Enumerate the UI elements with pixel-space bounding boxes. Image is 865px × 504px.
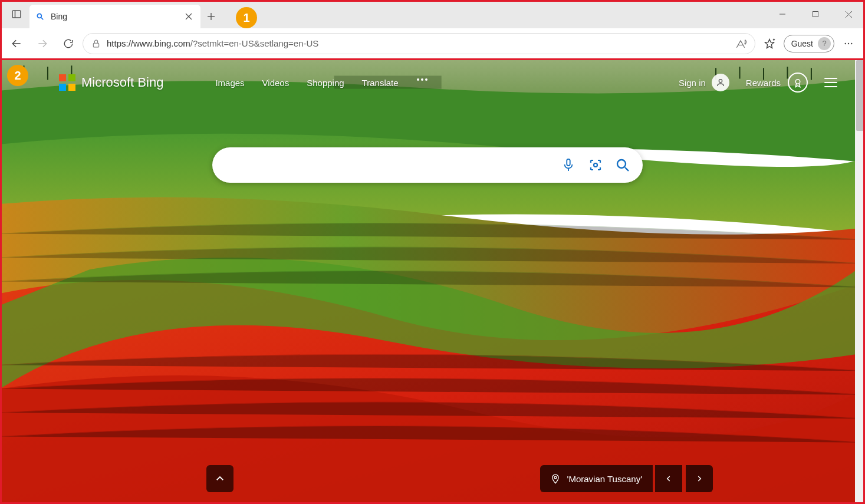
location-pin-icon <box>551 473 560 484</box>
guest-avatar-icon: ? <box>818 37 831 50</box>
nav-videos[interactable]: Videos <box>262 78 290 88</box>
prev-image-button[interactable] <box>655 465 682 492</box>
bing-nav: Images Videos Shopping Translate <box>215 78 427 88</box>
svg-point-21 <box>851 42 852 44</box>
person-icon <box>712 74 729 91</box>
back-button[interactable] <box>5 32 28 55</box>
forward-button[interactable] <box>31 32 54 55</box>
bing-logo-text: Microsoft Bing <box>81 75 163 90</box>
refresh-button[interactable] <box>57 32 80 55</box>
svg-marker-16 <box>765 39 774 48</box>
image-search-icon[interactable] <box>587 157 604 173</box>
svg-rect-14 <box>93 43 98 47</box>
favorites-button[interactable] <box>758 32 781 55</box>
svg-point-33 <box>421 78 423 81</box>
minimize-button[interactable] <box>766 0 799 28</box>
tab-actions-button[interactable] <box>4 0 29 28</box>
rewards-label: Rewards <box>746 78 781 88</box>
svg-line-3 <box>41 18 44 20</box>
svg-point-35 <box>719 80 722 83</box>
profile-button[interactable]: Guest ? <box>784 35 834 52</box>
browser-chrome: Bing <box>0 0 865 59</box>
search-icon[interactable] <box>614 157 631 173</box>
svg-point-34 <box>425 78 427 81</box>
tab-strip: Bing <box>0 0 865 28</box>
svg-rect-0 <box>12 11 21 18</box>
svg-point-32 <box>417 78 419 81</box>
search-container <box>0 147 855 183</box>
search-box <box>212 147 643 183</box>
browser-tab[interactable]: Bing <box>29 5 200 28</box>
close-window-button[interactable] <box>832 0 865 28</box>
address-bar[interactable]: https://www.bing.com/?setmkt=en-US&setla… <box>83 33 755 54</box>
profile-label: Guest <box>791 39 813 48</box>
svg-rect-9 <box>813 12 818 17</box>
image-nav <box>655 465 713 492</box>
svg-rect-37 <box>567 159 570 166</box>
tab-title: Bing <box>51 12 177 21</box>
window-controls <box>766 0 865 28</box>
read-aloud-icon[interactable] <box>735 38 746 49</box>
svg-line-41 <box>625 167 629 171</box>
medal-icon <box>788 73 808 93</box>
search-input[interactable] <box>229 159 550 172</box>
close-tab-button[interactable] <box>183 11 195 22</box>
nav-more-icon[interactable] <box>416 78 428 88</box>
next-image-button[interactable] <box>686 465 713 492</box>
maximize-button[interactable] <box>799 0 832 28</box>
expand-feed-button[interactable] <box>206 465 233 492</box>
hero-image <box>0 59 865 504</box>
signin-button[interactable]: Sign in <box>679 74 729 91</box>
svg-point-20 <box>848 42 849 44</box>
vertical-scrollbar[interactable] <box>855 59 865 504</box>
svg-point-19 <box>845 42 846 44</box>
rewards-button[interactable]: Rewards <box>746 73 808 93</box>
image-caption[interactable]: 'Moravian Tuscany' <box>540 465 653 492</box>
browser-toolbar: https://www.bing.com/?setmkt=en-US&setla… <box>0 28 865 59</box>
settings-menu-button[interactable] <box>837 32 860 55</box>
page-viewport: Microsoft Bing Images Videos Shopping Tr… <box>0 59 865 504</box>
bing-header: Microsoft Bing Images Videos Shopping Tr… <box>0 59 855 106</box>
microsoft-logo-icon <box>59 74 75 91</box>
svg-point-42 <box>554 476 557 479</box>
signin-label: Sign in <box>679 78 706 88</box>
svg-point-40 <box>617 160 626 168</box>
nav-shopping[interactable]: Shopping <box>307 78 344 88</box>
bing-logo[interactable]: Microsoft Bing <box>59 74 163 91</box>
nav-translate[interactable]: Translate <box>362 78 399 88</box>
svg-point-36 <box>795 80 800 84</box>
url-text: https://www.bing.com/?setmkt=en-US&setla… <box>107 38 729 48</box>
hamburger-menu-button[interactable] <box>824 78 837 87</box>
new-tab-button[interactable] <box>200 5 222 28</box>
bing-favicon-icon <box>35 12 45 21</box>
voice-search-icon[interactable] <box>560 157 577 173</box>
scrollbar-thumb[interactable] <box>856 60 864 131</box>
caption-text: 'Moravian Tuscany' <box>567 474 642 484</box>
svg-point-2 <box>37 14 41 18</box>
nav-images[interactable]: Images <box>215 78 244 88</box>
lock-icon <box>91 39 101 48</box>
svg-point-39 <box>594 163 597 167</box>
